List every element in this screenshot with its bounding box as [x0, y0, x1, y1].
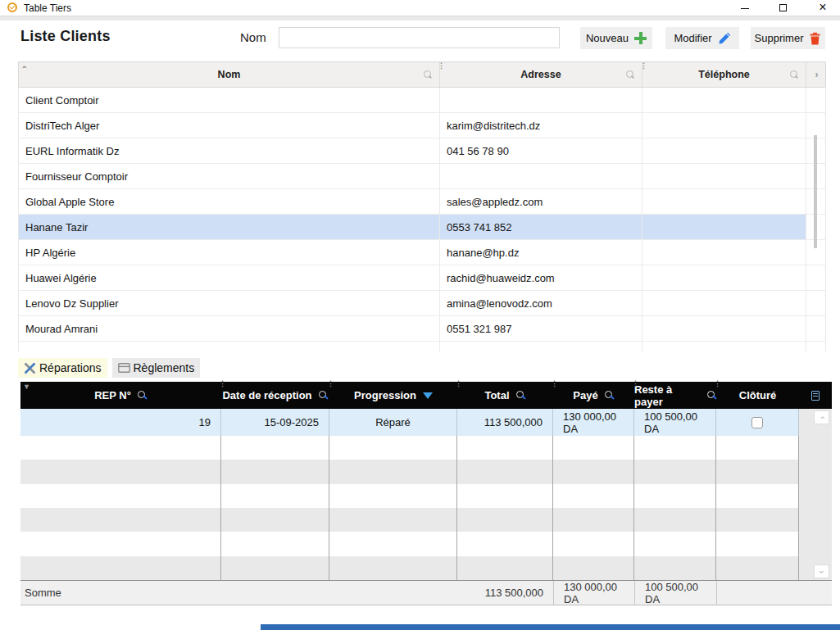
client-row[interactable]: Global Apple Storesales@appledz.com [19, 189, 825, 215]
repair-cell-rep-no[interactable]: 19 [20, 409, 221, 436]
repair-cell-paye[interactable]: 130 000,00 DA [553, 409, 634, 436]
client-cell-nom[interactable]: Mourad Amrani [19, 316, 440, 341]
client-cell-telephone[interactable] [642, 316, 806, 341]
client-cell-adresse[interactable]: karim@distritech.dz [440, 113, 642, 138]
client-row[interactable]: Mourad Amrani0551 321 987 [19, 316, 825, 342]
client-cell-adresse[interactable]: 041 56 78 90 [440, 138, 642, 163]
repairs-header-cloture[interactable]: ⋮ Clôturé [716, 382, 799, 409]
client-row[interactable]: Client Comptoir [19, 88, 825, 113]
client-cell-adresse[interactable] [440, 88, 642, 112]
minimize-button[interactable] [736, 0, 754, 16]
column-resize-handle[interactable]: ⋮ [551, 379, 558, 388]
client-cell-adresse[interactable]: rachid@huaweidz.com [440, 265, 642, 290]
client-cell-telephone[interactable] [642, 88, 806, 112]
repair-row[interactable]: 19 15-09-2025 Réparé 113 500,000 130 000… [20, 409, 799, 436]
client-cell-adresse[interactable] [440, 164, 642, 188]
column-resize-handle[interactable]: ⋮ [219, 379, 226, 388]
client-cell-nom[interactable]: DistriTech Alger [19, 113, 440, 138]
tab-reparations[interactable]: Réparations [18, 358, 107, 378]
clients-header-nom[interactable]: › Nom [19, 62, 440, 87]
client-row[interactable] [19, 342, 825, 351]
close-button[interactable]: × [814, 0, 832, 16]
client-row[interactable]: EURL Informatik Dz041 56 78 90 [19, 138, 825, 164]
new-button[interactable]: Nouveau [580, 27, 652, 49]
client-cell-nom[interactable]: Huawei Algérie [19, 265, 440, 290]
filter-icon[interactable] [423, 392, 433, 399]
client-cell-telephone[interactable] [642, 113, 806, 138]
client-cell-nom[interactable]: Lenovo Dz Supplier [19, 291, 440, 315]
grid-options-icon[interactable] [811, 391, 820, 401]
client-cell-telephone[interactable] [642, 265, 806, 290]
column-search-icon[interactable] [516, 391, 526, 401]
name-filter-input[interactable] [279, 27, 560, 48]
column-search-icon[interactable] [707, 391, 716, 401]
column-search-icon[interactable] [790, 70, 799, 79]
client-cell-telephone[interactable] [642, 342, 806, 351]
column-search-icon[interactable] [424, 70, 433, 79]
client-cell-nom[interactable]: Hanane Tazir [19, 215, 440, 239]
repairs-header-date[interactable]: ⋮ Date de réception [221, 382, 329, 409]
client-cell-adresse[interactable]: 0553 741 852 [440, 215, 642, 239]
row-gutter [806, 342, 826, 351]
maximize-button[interactable] [774, 0, 792, 16]
client-cell-telephone[interactable] [642, 215, 806, 239]
repairs-header-paye[interactable]: ⋮ Payé [553, 382, 634, 409]
client-cell-adresse[interactable] [440, 342, 642, 351]
client-row[interactable]: Fournisseur Comptoir [19, 164, 825, 189]
client-cell-nom[interactable]: EURL Informatik Dz [19, 138, 440, 163]
edit-button[interactable]: Modifier [665, 27, 739, 49]
client-row[interactable]: Lenovo Dz Supplieramina@lenovodz.com [19, 291, 825, 316]
repair-cell-progression[interactable]: Réparé [329, 409, 457, 436]
client-cell-telephone[interactable] [642, 138, 806, 163]
column-search-icon[interactable] [319, 391, 329, 401]
cloture-checkbox[interactable] [751, 417, 763, 428]
summary-paye: 130 000,00 DA [553, 581, 634, 605]
column-resize-handle[interactable]: ⋮ [714, 379, 721, 388]
column-resize-handle[interactable]: ⋮ [455, 379, 462, 388]
column-search-icon[interactable] [138, 391, 148, 401]
client-row[interactable]: Huawei Algérierachid@huaweidz.com [19, 265, 825, 291]
client-row[interactable]: HP Algériehanane@hp.dz [19, 240, 825, 265]
client-cell-telephone[interactable] [642, 291, 806, 315]
client-cell-adresse[interactable]: sales@appledz.com [440, 189, 642, 214]
repair-cell-total[interactable]: 113 500,000 [457, 409, 553, 436]
client-cell-adresse[interactable]: hanane@hp.dz [440, 240, 642, 265]
client-cell-nom[interactable]: Client Comptoir [19, 88, 440, 112]
column-search-icon[interactable] [626, 70, 635, 79]
repairs-header-rep-no[interactable]: REP N° [20, 382, 221, 409]
client-cell-telephone[interactable] [642, 189, 806, 214]
client-cell-nom[interactable]: Global Apple Store [19, 189, 440, 214]
clients-scroll-expand[interactable]: › [806, 62, 827, 87]
client-row[interactable]: Hanane Tazir0553 741 852 [19, 215, 825, 240]
clients-header-adresse[interactable]: ⋮ Adresse [440, 62, 642, 87]
client-cell-nom[interactable]: HP Algérie [19, 240, 440, 265]
row-gutter [806, 316, 826, 341]
repair-cell-reste[interactable]: 100 500,00 DA [634, 409, 716, 436]
repairs-header-reste[interactable]: ⋮ Reste à payer [634, 382, 716, 409]
column-resize-handle[interactable]: ⋮ [640, 61, 647, 70]
repairs-header-options[interactable] [799, 382, 832, 409]
client-cell-telephone[interactable] [642, 240, 806, 265]
column-resize-handle[interactable]: ⋮ [327, 379, 334, 388]
client-row[interactable]: DistriTech Algerkarim@distritech.dz [19, 113, 825, 138]
scroll-down-button[interactable]: › [814, 564, 829, 578]
repairs-header-progression[interactable]: ⋮ Progression [329, 382, 457, 409]
client-cell-nom[interactable] [19, 342, 440, 351]
column-resize-handle[interactable]: ⋮ [438, 61, 445, 70]
client-cell-adresse[interactable]: 0551 321 987 [440, 316, 642, 341]
client-cell-nom[interactable]: Fournisseur Comptoir [19, 164, 440, 188]
client-cell-adresse[interactable]: amina@lenovodz.com [440, 291, 642, 315]
repair-cell-date[interactable]: 15-09-2025 [221, 409, 329, 436]
repairs-empty-row [20, 556, 799, 580]
clients-header-telephone[interactable]: ⋮ Téléphone [642, 62, 806, 87]
column-search-icon[interactable] [605, 391, 615, 401]
repairs-header-total[interactable]: ⋮ Total [457, 382, 553, 409]
tab-reglements[interactable]: Règlements [112, 358, 201, 378]
client-cell-telephone[interactable] [642, 164, 806, 188]
edit-button-label: Modifier [674, 32, 711, 44]
delete-button[interactable]: Supprimer [751, 27, 825, 49]
column-resize-handle[interactable]: ⋮ [632, 379, 639, 388]
repairs-scrollbar[interactable]: › › [799, 409, 832, 580]
scroll-up-button[interactable]: › [814, 410, 829, 424]
clients-scrollbar-thumb[interactable] [814, 135, 817, 248]
